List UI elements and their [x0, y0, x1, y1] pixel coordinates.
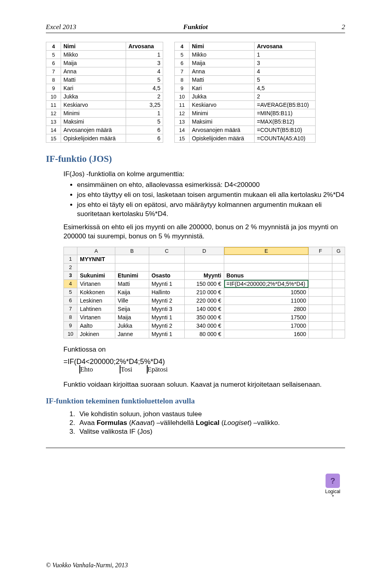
cell	[332, 305, 345, 313]
row-number: 4	[64, 279, 77, 288]
cell: Maija	[190, 59, 255, 67]
cell: Maksimi	[190, 118, 255, 126]
argument-bullets: ensimmäinen on ehto, allaolevassa esimer…	[77, 181, 345, 219]
cell: Kaija	[115, 288, 149, 296]
header-left: Excel 2013	[46, 23, 146, 31]
row-number: 13	[46, 118, 61, 126]
row-number: 11	[46, 101, 61, 109]
row-number: 6	[175, 59, 190, 67]
row-number: 6	[64, 296, 77, 305]
cell: Jokinen	[77, 330, 115, 338]
row-number: 10	[64, 330, 77, 338]
cell: 1	[255, 51, 316, 59]
row-number: 3	[64, 271, 77, 279]
cell	[309, 313, 332, 321]
cell	[309, 288, 332, 296]
cell	[309, 263, 332, 271]
cell: Myynti 3	[149, 305, 185, 313]
cell: 1	[126, 109, 163, 118]
cell: 150 000 €	[185, 279, 224, 288]
cell: Mikko	[190, 51, 255, 59]
cell: Hallinto	[149, 288, 185, 296]
row-number: 8	[64, 313, 77, 321]
row-number: 13	[175, 118, 190, 126]
bullet-item: jos ehto täyttyy eli on tosi, lasketaan …	[77, 191, 345, 200]
row-number: 14	[175, 126, 190, 134]
row-number: 5	[175, 51, 190, 59]
cell: Sukunimi	[77, 271, 115, 279]
cell: 11000	[224, 296, 309, 305]
steps-list: Vie kohdistin soluun, johon vastaus tule…	[77, 410, 345, 436]
row-number: 9	[64, 321, 77, 330]
header-center: Funktiot	[146, 23, 245, 31]
bullet-item: ensimmäinen on ehto, allaolevassa esimer…	[77, 181, 345, 190]
row-number: 14	[46, 126, 61, 134]
cell: Nimi	[61, 42, 126, 51]
cell: 2	[255, 92, 316, 101]
cell: Matti	[61, 76, 126, 84]
brace-label-ehto: Ehto	[80, 366, 93, 373]
cell: Virtanen	[77, 279, 115, 288]
cell: Seija	[115, 305, 149, 313]
cell: 2	[126, 92, 163, 101]
cell: Keskiarvo	[190, 101, 255, 109]
column-header	[64, 247, 77, 255]
cell: Maija	[115, 313, 149, 321]
top-tables: 4NimiArvosana5Mikko16Maija37Anna48Matti5…	[46, 42, 345, 143]
cell: 340 000 €	[185, 321, 224, 330]
cell: Jukka	[115, 321, 149, 330]
cell: =MIN(B5:B11)	[255, 109, 316, 118]
row-number: 1	[64, 255, 77, 263]
row-number: 4	[46, 42, 61, 51]
step-item: Valitse valikosta IF (Jos)	[77, 428, 345, 436]
cell: Kokkonen	[77, 288, 115, 296]
cell: Kari	[190, 84, 255, 92]
footer-rule	[46, 448, 345, 448]
row-number: 6	[46, 59, 61, 67]
row-number: 15	[46, 134, 61, 143]
cell: Jukka	[190, 92, 255, 101]
row-number: 4	[175, 42, 190, 51]
cell: Virtanen	[77, 313, 115, 321]
example-text: Esimerkissä on ehto eli jos myynti on al…	[63, 223, 345, 241]
cell: Maija	[61, 59, 126, 67]
cell: Myynti 2	[149, 321, 185, 330]
row-number: 9	[175, 84, 190, 92]
cell: =COUNT(B5:B10)	[255, 126, 316, 134]
cell	[332, 313, 345, 321]
footer-text: © Vuokko Vanhala-Nurmi, 2013	[46, 562, 128, 569]
cell: Osasto	[149, 271, 185, 279]
cell	[309, 279, 332, 288]
cell	[332, 296, 345, 305]
cell: 4,5	[126, 84, 163, 92]
cell: Janne	[115, 330, 149, 338]
cell: Arvosanojen määrä	[190, 126, 255, 134]
brace-label-tosi: Tosi	[120, 366, 132, 373]
row-number: 7	[46, 67, 61, 76]
cell: 6	[126, 126, 163, 134]
cell: =IF(D4<200000;2%*D4;5%*D4)	[224, 279, 309, 288]
cell	[332, 271, 345, 279]
funktiossa-label: Funktiossa on	[63, 346, 345, 354]
bullet-item: jos ehto ei täyty eli on epätosi, arvo m…	[77, 201, 345, 219]
cell: Nimi	[190, 42, 255, 51]
row-number: 10	[175, 92, 190, 101]
cell: Opiskelijoiden määrä	[61, 134, 126, 143]
row-number: 5	[64, 288, 77, 296]
cell	[309, 305, 332, 313]
step-item: Vie kohdistin soluun, johon vastaus tule…	[77, 410, 345, 418]
cell: 1	[126, 51, 163, 59]
cell	[115, 263, 149, 271]
cell	[309, 255, 332, 263]
cell	[185, 263, 224, 271]
cell: 5	[126, 76, 163, 84]
column-header: B	[115, 247, 149, 255]
cell: Myynti 1	[149, 313, 185, 321]
cell: Anna	[190, 67, 255, 76]
row-number: 8	[175, 76, 190, 84]
column-header: E	[224, 247, 309, 255]
cell: Kari	[61, 84, 126, 92]
cell: Myynti 1	[149, 330, 185, 338]
cell	[332, 255, 345, 263]
row-number: 12	[175, 109, 190, 118]
